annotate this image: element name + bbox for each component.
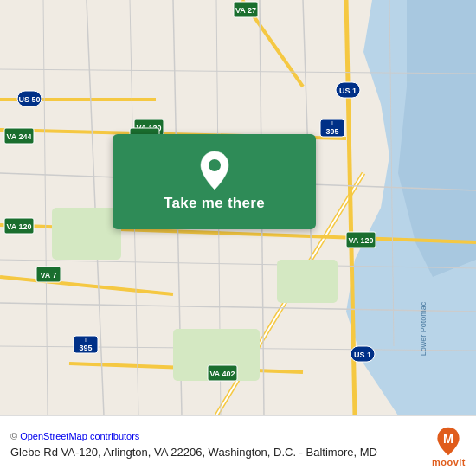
svg-point-57	[209, 159, 221, 171]
map-area: VA 120 VA 244 VA 120 VA 120 US 50 VA 7 V…	[0, 0, 476, 415]
svg-text:I: I	[85, 337, 87, 343]
svg-text:VA 244: VA 244	[6, 132, 31, 141]
cta-label: Take me there	[164, 195, 265, 212]
svg-text:VA 120: VA 120	[348, 236, 373, 245]
osm-link[interactable]: OpenStreetMap contributors	[20, 431, 139, 441]
footer: © OpenStreetMap contributors Glebe Rd VA…	[0, 415, 476, 476]
svg-text:VA 27: VA 27	[235, 6, 256, 15]
svg-text:395: 395	[325, 127, 338, 136]
moovit-logo-icon: M	[433, 426, 464, 457]
svg-text:VA 402: VA 402	[209, 370, 235, 378]
svg-text:M: M	[443, 431, 453, 445]
location-pin-icon	[199, 151, 230, 190]
svg-text:VA 7: VA 7	[40, 271, 56, 280]
moovit-logo: M moovit	[432, 426, 466, 467]
footer-left: © OpenStreetMap contributors Glebe Rd VA…	[10, 431, 423, 460]
svg-text:I: I	[331, 120, 333, 126]
svg-rect-27	[277, 260, 338, 303]
moovit-text: moovit	[432, 457, 466, 467]
svg-text:US 1: US 1	[339, 87, 357, 95]
svg-text:VA 120: VA 120	[6, 222, 31, 231]
svg-text:US 1: US 1	[354, 351, 371, 359]
cta-banner[interactable]: Take me there	[113, 134, 316, 229]
svg-text:395: 395	[79, 344, 92, 352]
osm-credit: © OpenStreetMap contributors	[10, 431, 423, 441]
address-text: Glebe Rd VA-120, Arlington, VA 22206, Wa…	[10, 445, 423, 460]
svg-rect-25	[52, 208, 121, 260]
svg-text:Lower Potomac: Lower Potomac	[419, 301, 428, 356]
svg-text:US 50: US 50	[18, 95, 40, 104]
copyright-symbol: ©	[10, 431, 17, 441]
